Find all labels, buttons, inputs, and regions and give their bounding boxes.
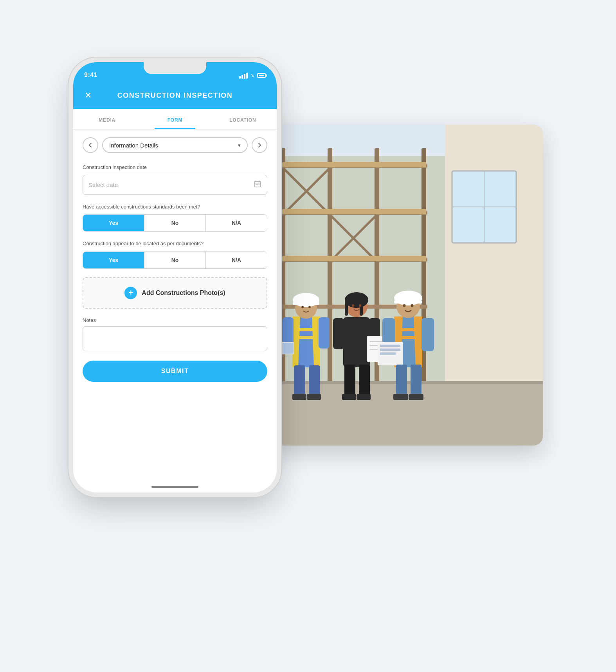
wifi-icon: ∿ <box>250 72 255 79</box>
status-icons: ∿ <box>239 72 266 79</box>
q2-na-button[interactable]: N/A <box>205 252 267 268</box>
section-nav-row: Information Details ▾ <box>83 137 267 153</box>
tab-media[interactable]: MEDIA <box>73 109 141 129</box>
close-icon: ✕ <box>85 91 92 100</box>
q1-no-button[interactable]: No <box>144 215 205 231</box>
notes-input[interactable] <box>83 326 267 351</box>
date-placeholder: Select date <box>88 181 254 188</box>
q1-label: Have accessible constructions standards … <box>83 203 267 210</box>
phone-frame: 9:41 ∿ ✕ CONSTRUCTION INSPECTION <box>73 62 277 492</box>
chevron-left-icon <box>88 142 93 148</box>
date-field-label: Construction inspection date <box>83 164 267 171</box>
tab-location-label: LOCATION <box>229 117 256 123</box>
submit-button[interactable]: SUBMIT <box>83 361 267 382</box>
phone-content: Information Details ▾ Construction inspe… <box>73 129 277 481</box>
phone-notch <box>144 62 206 74</box>
app-header: ✕ CONSTRUCTION INSPECTION <box>73 82 277 109</box>
section-selector[interactable]: Information Details ▾ <box>102 137 248 153</box>
calendar-icon <box>254 180 261 190</box>
tab-form[interactable]: FORM <box>141 109 209 129</box>
q1-na-button[interactable]: N/A <box>205 215 267 231</box>
chevron-right-icon <box>257 142 262 148</box>
q1-yes-button[interactable]: Yes <box>83 215 144 231</box>
q2-no-button[interactable]: No <box>144 252 205 268</box>
add-photo-button[interactable]: + Add Constructions Photo(s) <box>83 277 267 309</box>
svg-rect-79 <box>249 125 543 446</box>
tab-bar: MEDIA FORM LOCATION <box>73 109 277 129</box>
battery-icon <box>257 73 266 78</box>
photo-card <box>249 125 543 446</box>
close-button[interactable]: ✕ <box>81 88 95 102</box>
svg-point-83 <box>259 184 259 185</box>
home-indicator <box>151 486 198 488</box>
app-title: CONSTRUCTION INSPECTION <box>117 92 233 100</box>
date-input[interactable]: Select date <box>83 175 267 195</box>
tab-active-indicator <box>155 128 195 129</box>
prev-section-button[interactable] <box>83 137 98 153</box>
tab-location[interactable]: LOCATION <box>209 109 277 129</box>
q2-button-group: Yes No N/A <box>83 252 267 269</box>
section-name: Information Details <box>109 142 158 149</box>
svg-point-81 <box>256 184 257 185</box>
q1-button-group: Yes No N/A <box>83 214 267 232</box>
add-photo-label: Add Constructions Photo(s) <box>142 289 225 296</box>
add-photo-icon: + <box>124 287 137 299</box>
q2-label: Construction appear to be located as per… <box>83 240 267 247</box>
signal-bars-icon <box>239 73 248 79</box>
svg-point-82 <box>257 184 258 185</box>
notes-label: Notes <box>83 317 267 323</box>
status-time: 9:41 <box>84 72 97 79</box>
tab-form-label: FORM <box>168 117 183 123</box>
q2-yes-button[interactable]: Yes <box>83 252 144 268</box>
chevron-down-icon: ▾ <box>238 142 241 148</box>
next-section-button[interactable] <box>252 137 267 153</box>
tab-media-label: MEDIA <box>99 117 115 123</box>
